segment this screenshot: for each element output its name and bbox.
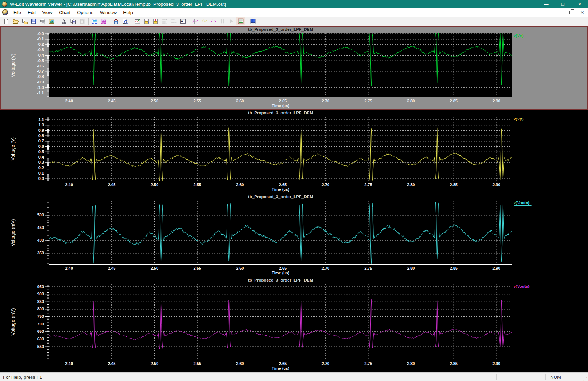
svg-text:750: 750 <box>37 314 44 319</box>
resize-grip[interactable]: ⋰ <box>581 373 588 381</box>
status-cell-2 <box>521 374 545 380</box>
svg-text:-0.8: -0.8 <box>37 74 44 79</box>
mdi-close-icon[interactable]: ✕ <box>579 9 585 15</box>
cursor-v-icon <box>192 18 198 24</box>
mdi-minimize-icon[interactable]: – <box>557 9 563 15</box>
svg-text:2.85: 2.85 <box>450 183 457 187</box>
save-button[interactable] <box>29 17 38 25</box>
y-tick-labels: 1.11.00.90.80.70.60.50.40.30.20.10.0 <box>38 118 44 181</box>
waveform-panel-2[interactable]: 1.11.00.90.80.70.60.50.40.30.20.10.02.40… <box>0 110 588 193</box>
print-button[interactable] <box>38 17 47 25</box>
chart-export-button[interactable] <box>142 17 151 25</box>
image-view-button[interactable] <box>236 17 245 25</box>
svg-text:2.65: 2.65 <box>279 99 287 103</box>
maximize-button[interactable]: □ <box>555 0 571 8</box>
trace-legend[interactable]: v(Vp) <box>514 117 525 122</box>
cursor-v-button[interactable] <box>191 17 200 25</box>
menu-help[interactable]: Help <box>120 9 136 16</box>
plot-background[interactable] <box>49 201 512 264</box>
copy-button[interactable] <box>69 17 78 25</box>
mdi-restore-icon[interactable] <box>568 9 574 15</box>
plot-background[interactable] <box>49 284 512 360</box>
trace-legend[interactable]: v(Voutn) <box>514 201 532 206</box>
app-icon <box>2 1 7 7</box>
home-button[interactable] <box>111 17 121 25</box>
restore-glyph <box>569 11 573 14</box>
marker-add-button[interactable] <box>209 17 218 25</box>
y-tick-marks <box>45 202 49 263</box>
svg-text:-0.5: -0.5 <box>37 58 44 63</box>
time-axis-label: Time (us) <box>272 366 289 370</box>
svg-text:-0.2: -0.2 <box>37 42 44 46</box>
plot-background[interactable] <box>49 117 512 181</box>
menu-window[interactable]: Window <box>97 9 120 16</box>
y-tick-marks <box>45 285 49 359</box>
status-bar: For Help, press F1 NUM ⋰ <box>0 372 588 381</box>
panel-title: tb_Proposed_3_order_LPF_DEM <box>248 194 313 199</box>
panel-title: tb_Proposed_3_order_LPF_DEM <box>248 111 313 115</box>
svg-text:2.40: 2.40 <box>65 361 73 366</box>
voltage-axis-label: Voltage (mV) <box>10 219 16 246</box>
status-message: For Help, press F1 <box>0 374 496 380</box>
svg-text:-0.4: -0.4 <box>37 53 44 57</box>
y-tick-labels: -0.0-0.1-0.2-0.3-0.4-0.5-0.6-0.7-0.8-0.9… <box>37 32 44 95</box>
svg-text:2.55: 2.55 <box>193 99 201 103</box>
menu-chart[interactable]: Chart <box>56 9 74 16</box>
svg-text:2.80: 2.80 <box>407 183 415 187</box>
minimize-button[interactable]: — <box>538 0 555 8</box>
svg-text:2.50: 2.50 <box>151 266 158 270</box>
snapshot-button[interactable] <box>47 17 56 25</box>
voltage-axis-label: Voltage (V) <box>10 137 16 160</box>
trace-legend[interactable]: v(Vn) <box>514 33 525 38</box>
menu-options[interactable]: Options <box>74 9 97 16</box>
svg-text:0.9: 0.9 <box>38 128 44 132</box>
waveform-panel-4[interactable]: 9509008508007507006506005502.402.452.502… <box>0 277 588 372</box>
toolbar-separator <box>58 18 58 25</box>
axis-label-icon: A <box>180 18 186 24</box>
svg-text:v(Voutn): v(Voutn) <box>514 201 530 205</box>
svg-text:2.75: 2.75 <box>364 266 372 270</box>
y-tick-labels: 950900850800750700650600550 <box>37 284 44 349</box>
svg-text:-1.0: -1.0 <box>37 85 44 90</box>
open-folder-icon <box>12 18 19 24</box>
svg-text:2.85: 2.85 <box>450 266 457 270</box>
axis-label-button[interactable]: A <box>178 17 187 25</box>
svg-text:-1.1: -1.1 <box>37 91 44 95</box>
waveform-panel-3[interactable]: 5004504003502.402.452.502.552.602.652.70… <box>0 193 588 277</box>
waveform-panel-1[interactable]: -0.0-0.1-0.2-0.3-0.4-0.5-0.6-0.7-0.8-0.9… <box>0 26 588 110</box>
svg-text:600: 600 <box>37 337 44 341</box>
svg-text:2.65: 2.65 <box>279 183 287 187</box>
svg-text:2.90: 2.90 <box>492 183 500 187</box>
cursor-h-button[interactable] <box>200 17 209 25</box>
voltage-axis-label: Voltage (mV) <box>10 308 16 335</box>
svg-text:850: 850 <box>37 299 44 304</box>
cut-button[interactable] <box>60 17 69 25</box>
svg-text:400: 400 <box>37 238 44 242</box>
time-axis-label: Time (us) <box>272 187 289 192</box>
close-button[interactable]: ✕ <box>571 0 588 8</box>
menu-file[interactable]: File <box>10 9 24 16</box>
add-file-button[interactable] <box>20 17 29 25</box>
help-book-icon <box>250 18 256 24</box>
menu-edit[interactable]: Edit <box>24 9 39 16</box>
chart-rows-button[interactable] <box>90 17 99 25</box>
document-icon[interactable] <box>2 9 8 15</box>
page-zoom-icon <box>122 18 128 24</box>
trace-legend[interactable]: v(Voutp) <box>514 284 532 289</box>
chart-fft-button[interactable]: f <box>151 17 160 25</box>
svg-text:2.60: 2.60 <box>236 361 244 366</box>
help-book-button[interactable] <box>248 17 257 25</box>
svg-text:2.85: 2.85 <box>450 361 457 366</box>
svg-text:v(Voutp): v(Voutp) <box>514 284 530 288</box>
toolbar-separator <box>110 18 110 25</box>
trace-check-button[interactable] <box>133 17 142 25</box>
svg-text:2.65: 2.65 <box>279 266 287 270</box>
menu-view[interactable]: View <box>39 9 56 16</box>
plot-background[interactable] <box>49 33 512 97</box>
chart-grid-button[interactable] <box>99 17 108 25</box>
time-axis-label: Time (us) <box>272 271 289 275</box>
page-zoom-button[interactable] <box>121 17 130 25</box>
svg-text:0.0: 0.0 <box>38 176 44 181</box>
open-folder-button[interactable] <box>11 17 20 25</box>
new-file-button[interactable] <box>2 17 11 25</box>
